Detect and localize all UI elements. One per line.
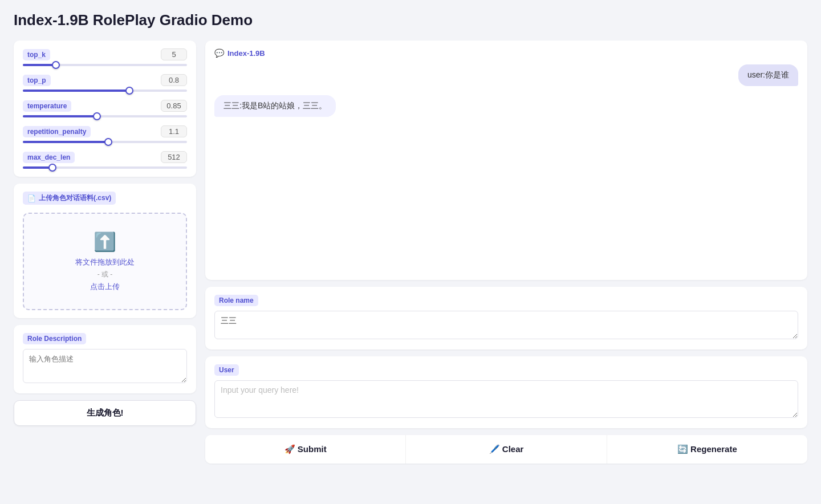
repetition-penalty-label: repetition_penalty [23,126,91,137]
top-p-value: 0.8 [161,74,187,86]
upload-click-text[interactable]: 点击上传 [33,282,177,292]
upload-label: 📄 上传角色对话语料(.csv) [23,192,116,205]
chat-header-label: Index-1.9B [227,49,265,58]
chat-icon: 💬 [214,48,224,58]
role-description-card: Role Description [14,325,196,393]
left-panel: top_k 5 top_p 0.8 [14,40,196,426]
chat-header: 💬 Index-1.9B [214,48,798,58]
user-input-label: User [214,364,239,376]
param-top-p: top_p 0.8 [23,74,187,92]
role-desc-textarea[interactable] [23,349,187,383]
right-panel: 💬 Index-1.9B user:你是谁 三三:我是B站的站娘，三三。 Rol… [205,40,807,464]
params-card: top_k 5 top_p 0.8 [14,40,196,177]
repetition-penalty-track[interactable] [23,141,187,143]
chat-bubble-user: user:你是谁 [738,64,798,86]
generate-button[interactable]: 生成角色! [14,400,196,426]
param-temperature: temperature 0.85 [23,100,187,117]
upload-card: 📄 上传角色对话语料(.csv) ⬆️ 将文件拖放到此处 - 或 - 点击上传 [14,184,196,318]
top-p-label: top_p [23,75,51,86]
top-p-track[interactable] [23,90,187,92]
role-name-textarea[interactable]: 三三 [214,311,798,339]
file-icon: 📄 [27,194,36,202]
user-input-card: User [205,356,807,428]
top-k-label: top_k [23,49,50,60]
regenerate-button[interactable]: 🔄 Regenerate [607,435,807,464]
submit-button[interactable]: 🚀 Submit [205,435,406,464]
clear-button[interactable]: 🖊️ Clear [406,435,607,464]
upload-icon: ⬆️ [33,231,177,253]
max-dec-len-label: max_dec_len [23,152,75,163]
max-dec-len-track[interactable] [23,166,187,169]
chat-card: 💬 Index-1.9B user:你是谁 三三:我是B站的站娘，三三。 [205,40,807,280]
temperature-label: temperature [23,100,71,112]
temperature-value: 0.85 [161,100,187,112]
user-input-textarea[interactable] [214,380,798,418]
top-k-value: 5 [161,48,187,60]
param-repetition-penalty: repetition_penalty 1.1 [23,125,187,143]
role-name-label: Role name [214,295,258,306]
temperature-track[interactable] [23,115,187,117]
upload-dropzone[interactable]: ⬆️ 将文件拖放到此处 - 或 - 点击上传 [23,213,187,310]
page-title: Index-1.9B RolePlay Gradio Demo [14,11,807,29]
upload-drop-text: 将文件拖放到此处 [33,257,177,267]
param-max-dec-len: max_dec_len 512 [23,151,187,169]
role-name-card: Role name 三三 [205,287,807,349]
top-k-track[interactable] [23,64,187,66]
repetition-penalty-value: 1.1 [161,125,187,137]
chat-messages: user:你是谁 三三:我是B站的站娘，三三。 [214,64,798,258]
upload-or-text: - 或 - [33,270,177,279]
role-desc-label: Role Description [23,333,86,344]
param-top-k: top_k 5 [23,48,187,66]
action-buttons: 🚀 Submit 🖊️ Clear 🔄 Regenerate [205,435,807,464]
main-layout: top_k 5 top_p 0.8 [14,40,807,464]
chat-bubble-assistant: 三三:我是B站的站娘，三三。 [214,95,336,117]
max-dec-len-value: 512 [161,151,187,163]
